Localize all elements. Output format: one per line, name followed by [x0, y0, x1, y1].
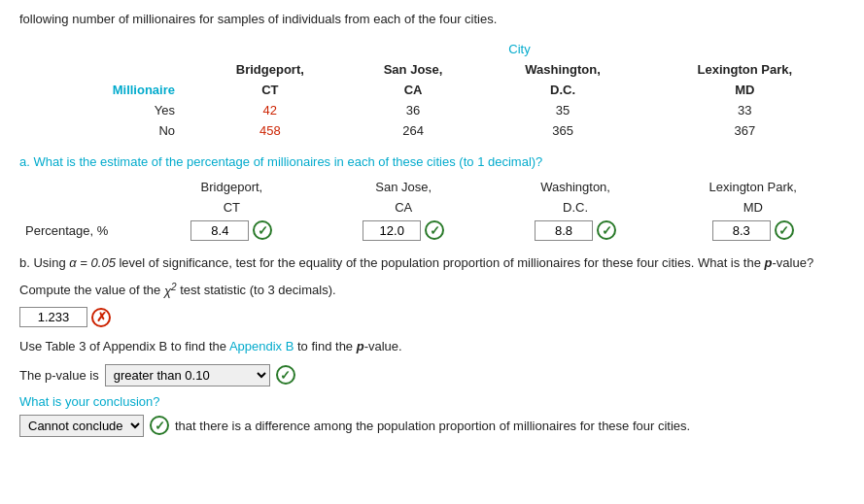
section-a-question: a. What is the estimate of the percentag… — [19, 154, 845, 169]
chi-input[interactable] — [19, 307, 87, 327]
pct-check-1: ✓ — [425, 220, 444, 240]
pct-cell-3: 8.3 ✓ — [661, 218, 845, 244]
pvalue-select[interactable]: less than 0.005 between 0.005 and 0.01 b… — [105, 364, 270, 386]
row-yes-val-2: 35 — [480, 100, 644, 120]
section-b-part2: level of significance, test for the equa… — [119, 255, 760, 270]
row-yes-val-1: 36 — [346, 100, 481, 120]
section-b-question: b. Using α = 0.05 level of significance,… — [19, 253, 845, 274]
pct-col-sub-3: MD — [661, 197, 845, 218]
chi-input-row: ✗ — [19, 307, 845, 327]
chi-symbol: χ2 — [164, 284, 180, 298]
pct-input-2[interactable]: 8.8 — [535, 220, 593, 241]
row-no-val-1: 264 — [346, 120, 481, 141]
p-suffix: -value. — [364, 339, 402, 353]
pct-row-label: Percentage, % — [19, 218, 146, 244]
pvalue-check: ✓ — [276, 365, 295, 385]
pct-check-3: ✓ — [775, 220, 794, 240]
p-label-b: p — [765, 255, 773, 270]
chi-suffix: test statistic (to 3 decimals). — [180, 284, 335, 298]
row-no-val-0: 458 — [194, 120, 346, 141]
pct-check-0: ✓ — [253, 220, 272, 240]
section-b-part1: b. Using — [19, 255, 66, 270]
pvalue-prompt: The p-value is — [19, 368, 99, 383]
pct-cell-0: 8.4 ✓ — [146, 218, 318, 244]
pct-col-sub-0: CT — [146, 197, 318, 218]
percentage-table: Bridgeport, San Jose, Washington, Lexing… — [19, 177, 845, 244]
millionaire-label: Millionaire — [19, 80, 194, 100]
row-yes-label: Yes — [19, 100, 194, 120]
row-no-val-2: 365 — [480, 120, 644, 141]
row-yes-val-0: 42 — [194, 100, 346, 120]
alpha-value: α = 0.05 — [69, 255, 116, 270]
appendix-link: Appendix B — [229, 339, 294, 353]
row-no-val-3: 367 — [645, 120, 845, 141]
chi-input-wrap: ✗ — [19, 307, 111, 327]
section-b-part3: -value? — [773, 255, 814, 270]
col-sub-0: CT — [194, 80, 346, 100]
pct-col-header-1: San Jose, — [318, 177, 490, 197]
city-header: City — [194, 39, 845, 59]
pct-input-3[interactable]: 8.3 — [712, 220, 771, 241]
pct-check-2: ✓ — [597, 220, 616, 240]
col-header-3: Lexington Park, — [645, 59, 845, 80]
what-conclusion-label: What is your conclusion? — [19, 394, 845, 409]
col-sub-3: MD — [645, 80, 845, 100]
col-sub-2: D.C. — [480, 80, 644, 100]
conclusion-select[interactable]: Cannot conclude Conclude — [19, 415, 144, 437]
p-value-text-part1: Use Table 3 of Appendix B to find the — [19, 339, 226, 353]
row-yes-val-3: 33 — [645, 100, 845, 120]
pct-col-header-0: Bridgeport, — [146, 177, 318, 197]
pct-col-header-3: Lexington Park, — [661, 177, 845, 197]
col-header-0: Bridgeport, — [194, 59, 346, 80]
data-table: City Bridgeport, San Jose, Washington, L… — [19, 39, 845, 141]
pct-col-sub-1: CA — [318, 197, 490, 218]
conclusion-text: that there is a difference among the pop… — [175, 419, 690, 433]
section-a: a. What is the estimate of the percentag… — [19, 154, 845, 244]
intro-text: following number of millionaires for sam… — [19, 10, 845, 29]
p-value-find-text: Use Table 3 of Appendix B to find the Ap… — [19, 337, 845, 356]
chi-label-text: Compute the value of the χ2 test statist… — [19, 279, 845, 301]
pct-input-1[interactable]: 12.0 — [363, 220, 421, 241]
section-b: b. Using α = 0.05 level of significance,… — [19, 253, 845, 437]
pct-col-sub-2: D.C. — [490, 197, 662, 218]
pct-input-0[interactable]: 8.4 — [190, 220, 249, 241]
row-no-label: No — [19, 120, 194, 141]
chi-error-icon: ✗ — [91, 308, 111, 327]
conclusion-row: Cannot conclude Conclude ✓ that there is… — [19, 415, 845, 437]
col-header-2: Washington, — [480, 59, 644, 80]
pct-cell-1: 12.0 ✓ — [318, 218, 490, 244]
pct-cell-2: 8.8 ✓ — [490, 218, 662, 244]
chi-label: Compute the value of the — [19, 284, 160, 298]
p-link: p — [357, 339, 364, 353]
pct-col-header-2: Washington, — [490, 177, 662, 197]
conclusion-check: ✓ — [150, 416, 169, 435]
col-sub-1: CA — [346, 80, 481, 100]
p-value-text-part2: to find the — [297, 339, 357, 353]
col-header-1: San Jose, — [346, 59, 481, 80]
pvalue-row: The p-value is less than 0.005 between 0… — [19, 364, 845, 386]
